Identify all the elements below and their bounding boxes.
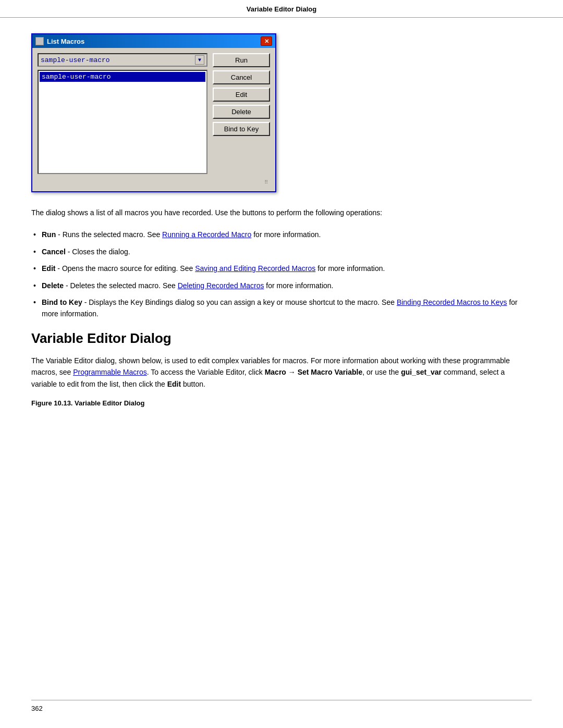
dialog-screenshot: List Macros ✕ sample-user-macro ▼ (31, 33, 532, 192)
dialog-icon (35, 37, 44, 45)
dialog-main-row: sample-user-macro ▼ sample-user-macro Ru… (38, 53, 270, 174)
dropdown-value: sample-user-macro (41, 56, 110, 64)
section-body3: , or use the (362, 368, 401, 376)
dialog-right-panel: Run Cancel Edit Delete Bind to Key (213, 53, 270, 136)
cancel-button[interactable]: Cancel (213, 70, 270, 84)
deleting-macros-link[interactable]: Deleting Recorded Macros (178, 281, 264, 290)
dialog-titlebar: List Macros ✕ (32, 34, 275, 48)
run-label: Run (42, 230, 56, 239)
list-macros-dialog: List Macros ✕ sample-user-macro ▼ (31, 33, 276, 192)
binding-macros-link[interactable]: Binding Recorded Macros to Keys (397, 298, 507, 306)
titlebar-left: List Macros (35, 37, 84, 45)
close-icon: ✕ (264, 38, 269, 45)
bind-to-key-label: Bind to Key (42, 298, 82, 306)
set-macro-variable-bold: Set Macro Variable (298, 368, 363, 376)
macro-dropdown[interactable]: sample-user-macro ▼ (38, 53, 207, 67)
dialog-close-button[interactable]: ✕ (261, 36, 272, 46)
header-title: Variable Editor Dialog (247, 5, 316, 13)
gui-set-var-mono: gui_set_var (401, 368, 442, 376)
delete-label: Delete (42, 281, 64, 290)
edit-bold: Edit (167, 380, 181, 388)
section-body2: . To access the Variable Editor, click (147, 368, 265, 376)
feature-list: Run - Runs the selected macro. See Runni… (31, 229, 532, 319)
list-item-delete: Delete - Deletes the selected macro. See… (31, 280, 532, 291)
list-item-cancel: Cancel - Closes the dialog. (31, 246, 532, 257)
description-text: The dialog shows a list of all macros yo… (31, 208, 382, 217)
section-body: The Variable Editor dialog, shown below,… (31, 355, 532, 390)
resize-handle: ⠿ (38, 178, 270, 186)
bind-to-key-button[interactable]: Bind to Key (213, 122, 270, 136)
dialog-body: sample-user-macro ▼ sample-user-macro Ru… (32, 48, 275, 191)
description-paragraph: The dialog shows a list of all macros yo… (31, 207, 532, 218)
list-item-run: Run - Runs the selected macro. See Runni… (31, 229, 532, 240)
running-macro-link[interactable]: Running a Recorded Macro (162, 230, 251, 239)
saving-editing-link[interactable]: Saving and Editing Recorded Macros (195, 264, 315, 273)
page-header: Variable Editor Dialog (0, 0, 563, 18)
figure-caption: Figure 10.13. Variable Editor Dialog (31, 399, 532, 407)
section-heading: Variable Editor Dialog (31, 330, 532, 347)
dialog-title: List Macros (47, 38, 84, 45)
page-number: 362 (31, 705, 43, 712)
page-footer: 362 (31, 700, 532, 712)
dropdown-arrow[interactable]: ▼ (195, 55, 204, 65)
list-item[interactable]: sample-user-macro (40, 72, 205, 82)
page-content: List Macros ✕ sample-user-macro ▼ (0, 18, 563, 428)
edit-label: Edit (42, 264, 55, 273)
macro-listbox[interactable]: sample-user-macro (38, 70, 207, 174)
list-item-edit: Edit - Opens the macro source for editin… (31, 263, 532, 274)
delete-button[interactable]: Delete (213, 105, 270, 119)
edit-button[interactable]: Edit (213, 88, 270, 102)
arrow-text: → (286, 368, 298, 376)
macro-bold: Macro (265, 368, 286, 376)
list-item-bind-to-key: Bind to Key - Displays the Key Bindings … (31, 297, 532, 320)
programmable-macros-link[interactable]: Programmable Macros (73, 368, 147, 376)
run-button[interactable]: Run (213, 53, 270, 67)
cancel-label: Cancel (42, 248, 66, 256)
chevron-down-icon: ▼ (198, 57, 201, 63)
dialog-left-panel: sample-user-macro ▼ sample-user-macro (38, 53, 207, 174)
section-body5: button. (181, 380, 205, 388)
